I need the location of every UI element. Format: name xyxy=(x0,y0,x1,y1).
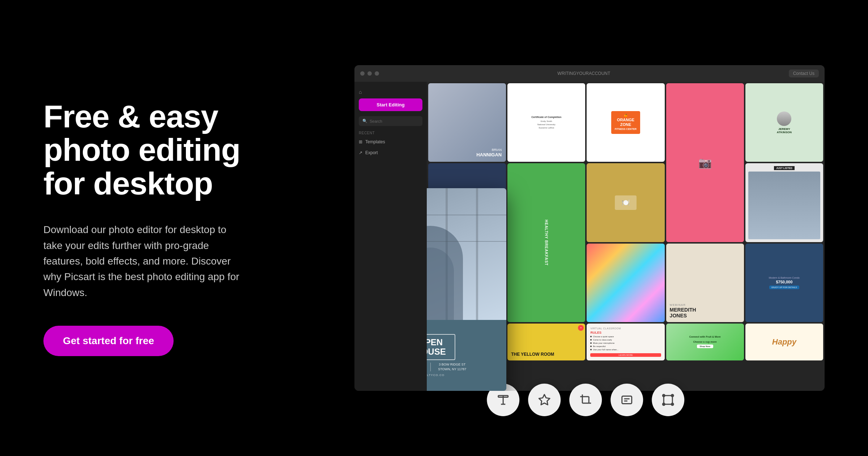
crop-tool-circle[interactable] xyxy=(569,384,602,416)
export-icon: ↗ xyxy=(359,150,362,155)
search-icon: 🔍 xyxy=(362,119,367,123)
template-card-brian[interactable]: BRIAN HANNIGAN xyxy=(428,83,506,162)
open-house-overlay[interactable]: OPEN HOUSE Sat, Nov 13 11:00 AM - 2:00 P… xyxy=(427,188,506,391)
green-connect-text: Connect with Fruit & MoreChoose a cup mo… xyxy=(689,335,721,343)
vc-rule-5: Use your full name when... xyxy=(590,349,661,351)
template-card-rainbow[interactable] xyxy=(587,244,664,322)
re-title: Modern & Bathroom Condo xyxy=(769,276,800,279)
svg-rect-11 xyxy=(664,396,672,404)
svg-point-15 xyxy=(671,403,673,405)
app-window: WRITINGYOURACCOUNT Contact Us ⌂ Start Ed… xyxy=(354,65,825,391)
re-price: $750,000 xyxy=(776,280,792,284)
transform-tool-icon xyxy=(661,393,675,406)
vc-cta[interactable]: LEARN MORE xyxy=(590,353,661,357)
healthy-breakfast-label: Healthy Breakfast xyxy=(544,220,548,266)
oh-title-line1: OPEN xyxy=(427,338,446,347)
arch-col-4 xyxy=(476,188,478,320)
camera-icon: 📷 xyxy=(698,156,712,169)
svg-marker-3 xyxy=(539,394,550,405)
open-house-info: OPEN HOUSE Sat, Nov 13 11:00 AM - 2:00 P… xyxy=(427,320,506,391)
re-button[interactable]: ENJOY UP FOR DETAILS xyxy=(769,286,799,289)
vc-rule-3: Mute your microphone xyxy=(590,342,661,344)
oh-details: Sat, Nov 13 11:00 AM - 2:00 PM 3 BOW RID… xyxy=(427,362,466,371)
template-card-real-estate[interactable]: Modern & Bathroom Condo $750,000 ENJOY U… xyxy=(745,244,823,322)
app-topbar-right[interactable]: Contact Us xyxy=(789,69,819,77)
template-card-healthy-breakfast[interactable]: Healthy Breakfast xyxy=(507,163,585,322)
meredith-name: MEREDITHJONES xyxy=(670,307,740,318)
right-section: WRITINGYOURACCOUNT Contact Us ⌂ Start Ed… xyxy=(268,65,825,391)
window-dot-1 xyxy=(360,71,365,76)
jeremy-name: JEREMYATKINSON xyxy=(777,127,792,134)
yellow-room-close-btn[interactable]: × xyxy=(578,325,584,331)
sidebar-search[interactable]: 🔍 Search xyxy=(359,116,422,126)
vc-title: RULES xyxy=(590,331,661,334)
meredith-webinar-label: WEBINAR xyxy=(670,303,740,307)
oh-title-box: OPEN HOUSE xyxy=(427,334,455,360)
vc-rule-4: Be respectful xyxy=(590,345,661,347)
crop-tool-icon xyxy=(579,393,592,406)
app-main: BRIAN HANNIGAN Certificate of Completion… xyxy=(427,82,825,391)
cta-button[interactable]: Get started for free xyxy=(43,326,174,356)
search-placeholder: Search xyxy=(370,119,382,123)
grid-icon: ⊞ xyxy=(359,139,362,144)
arch-inner xyxy=(427,248,454,320)
sidebar-home-icon[interactable]: ⌂ xyxy=(354,87,427,97)
text-overlay-tool-icon xyxy=(620,393,633,406)
app-topbar-title: WRITINGYOURACCOUNT xyxy=(382,71,786,76)
template-card-certificate[interactable]: Certificate of Completion Emily SmithNat… xyxy=(507,83,585,162)
orange-zone-label: 🍊 ORANGEZONE FITNESS CENTER xyxy=(611,111,640,134)
gold-food-icon: 🍽️ xyxy=(615,195,637,210)
template-card-green-connect[interactable]: Connect with Fruit & MoreChoose a cup mo… xyxy=(666,324,744,360)
tool-circles xyxy=(487,384,684,416)
just-listed-building xyxy=(748,172,820,239)
template-card-virtual-classroom[interactable]: VIRTUAL CLASSROOM RULES Choose a quiet s… xyxy=(587,324,664,360)
cert-title: Certificate of Completion xyxy=(531,116,561,118)
oh-divider xyxy=(430,363,431,371)
template-card-pink-camera[interactable]: 📷 xyxy=(666,83,744,242)
text-tool-icon xyxy=(497,393,510,406)
sidebar-start-button[interactable]: Start Editing xyxy=(359,98,422,111)
cert-details: Emily SmithNational UniversitySuzanne La… xyxy=(537,120,556,130)
template-card-gold[interactable]: 🍽️ xyxy=(587,163,664,242)
window-dot-2 xyxy=(367,71,372,76)
sidebar-section-label: RECENT xyxy=(354,131,427,135)
vc-subtitle: VIRTUAL CLASSROOM xyxy=(590,327,661,330)
app-body: ⌂ Start Editing 🔍 Search RECENT ⊞ Templa… xyxy=(354,82,825,391)
vc-rule-2: Come to class early xyxy=(590,339,661,341)
template-card-orange-zone[interactable]: 🍊 ORANGEZONE FITNESS CENTER xyxy=(587,83,664,162)
template-card-just-listed[interactable]: JUST LISTED xyxy=(745,163,823,242)
template-card-jeremy[interactable]: JEREMYATKINSON xyxy=(745,83,823,162)
sidebar-label-templates: Templates xyxy=(365,139,385,144)
green-connect-btn[interactable]: Shop Now xyxy=(697,345,713,348)
happy-text: Happy xyxy=(772,337,796,347)
window-dot-3 xyxy=(375,71,379,76)
vc-rule-1: Choose a quiet space xyxy=(590,335,661,338)
arch-line-2 xyxy=(427,241,506,242)
sidebar-item-templates[interactable]: ⊞ Templates xyxy=(354,136,427,147)
page-container: Free & easy photo editing for desktop Do… xyxy=(0,0,868,456)
app-sidebar: ⌂ Start Editing 🔍 Search RECENT ⊞ Templa… xyxy=(354,82,427,391)
svg-point-13 xyxy=(671,394,673,397)
left-section: Free & easy photo editing for desktop Do… xyxy=(43,100,268,356)
text-overlay-tool-circle[interactable] xyxy=(610,384,643,416)
open-house-card: OPEN HOUSE Sat, Nov 13 11:00 AM - 2:00 P… xyxy=(427,188,506,391)
yellow-room-text: THE YELLOW ROOM xyxy=(511,352,554,357)
svg-point-14 xyxy=(663,403,665,405)
transform-tool-circle[interactable] xyxy=(652,384,684,416)
hero-description: Download our photo editor for desktop to… xyxy=(43,222,246,300)
template-card-happy[interactable]: Happy xyxy=(745,324,823,360)
open-house-arch xyxy=(427,188,506,320)
svg-point-12 xyxy=(663,394,665,397)
star-tool-circle[interactable] xyxy=(528,384,561,416)
brian-text: BRIAN HANNIGAN xyxy=(476,148,502,157)
template-card-yellow-room[interactable]: × THE YELLOW ROOM xyxy=(507,324,585,360)
app-topbar: WRITINGYOURACCOUNT Contact Us xyxy=(354,65,825,82)
oh-website: JJREALTYCO.CO xyxy=(427,373,444,377)
template-card-meredith[interactable]: WEBINAR MEREDITHJONES xyxy=(666,244,744,322)
star-tool-icon xyxy=(538,393,551,406)
svg-rect-8 xyxy=(622,396,632,404)
just-listed-tag: JUST LISTED xyxy=(774,166,795,170)
jeremy-avatar xyxy=(777,111,791,126)
oh-title-line2: HOUSE xyxy=(427,347,446,356)
sidebar-item-export[interactable]: ↗ Export xyxy=(354,147,427,158)
